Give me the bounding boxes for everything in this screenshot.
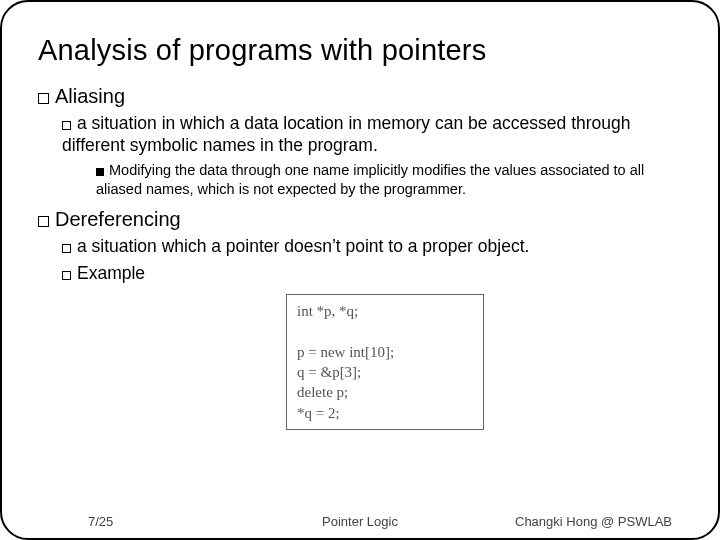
code-example: int *p, *q; p = new int[10]; q = &p[3]; … — [286, 294, 484, 430]
item-text: a situation in which a data location in … — [62, 113, 631, 155]
bullet-box-icon — [96, 168, 104, 176]
footer-page-number: 7/25 — [88, 514, 113, 529]
aliasing-definition: a situation in which a data location in … — [62, 112, 682, 157]
aliasing-consequence: Modifying the data through one name impl… — [96, 161, 682, 199]
dereferencing-example-label: Example — [62, 262, 682, 284]
item-text: a situation which a pointer doesn’t poin… — [77, 236, 529, 256]
bullet-box-icon — [62, 121, 71, 130]
bullet-box-icon — [38, 93, 49, 104]
footer-author: Changki Hong @ PSWLAB — [515, 514, 672, 529]
bullet-box-icon — [38, 216, 49, 227]
heading-text: Dereferencing — [55, 208, 181, 230]
heading-text: Aliasing — [55, 85, 125, 107]
section-heading-dereferencing: Dereferencing — [38, 208, 682, 231]
slide-title: Analysis of programs with pointers — [38, 34, 682, 67]
slide-frame: Analysis of programs with pointers Alias… — [0, 0, 720, 540]
item-text: Example — [77, 263, 145, 283]
footer-title: Pointer Logic — [322, 514, 398, 529]
dereferencing-definition: a situation which a pointer doesn’t poin… — [62, 235, 682, 257]
subitem-text: Modifying the data through one name impl… — [96, 162, 644, 197]
section-heading-aliasing: Aliasing — [38, 85, 682, 108]
bullet-box-icon — [62, 244, 71, 253]
bullet-box-icon — [62, 271, 71, 280]
